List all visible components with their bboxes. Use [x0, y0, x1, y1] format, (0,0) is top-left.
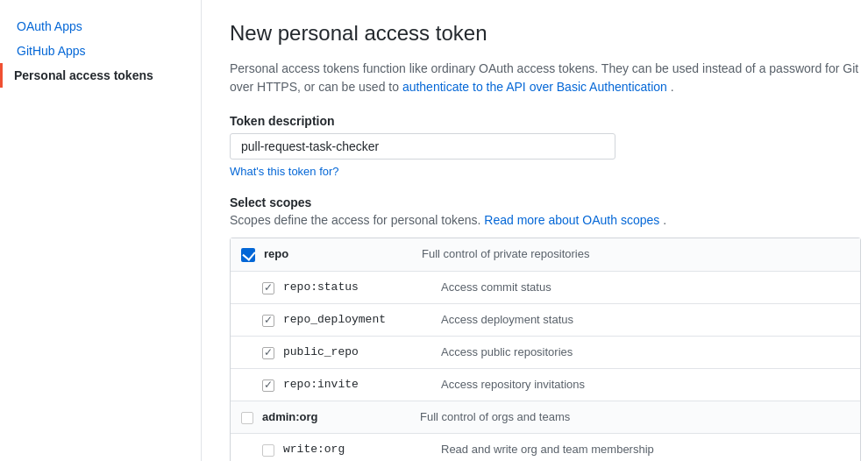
repo-deployment-checkbox[interactable] — [262, 315, 274, 327]
public-repo-checkbox[interactable] — [262, 347, 274, 359]
repo-deployment-name: repo_deployment — [283, 313, 441, 326]
write-org-name: write:org — [283, 443, 441, 456]
sidebar-item-oauth-apps[interactable]: OAuth Apps — [0, 14, 201, 39]
public-repo-desc: Access public repositories — [441, 345, 850, 358]
write-org-desc: Read and write org and team membership — [441, 443, 850, 456]
repo-invite-desc: Access repository invitations — [441, 378, 850, 391]
sidebar-item-github-apps[interactable]: GitHub Apps — [0, 39, 201, 63]
repo-scope-name: repo — [264, 247, 422, 260]
public-repo-name: public_repo — [283, 345, 441, 358]
scopes-description: Scopes define the access for personal to… — [230, 213, 861, 227]
scope-row-repo-deployment: repo_deployment Access deployment status — [231, 304, 860, 337]
scopes-section-title: Select scopes — [230, 195, 861, 209]
oauth-scopes-link[interactable]: Read more about OAuth scopes — [484, 213, 659, 227]
repo-status-name: repo:status — [283, 280, 441, 294]
admin-org-scope-name: admin:org — [262, 410, 420, 423]
repo-checkbox[interactable] — [241, 248, 255, 262]
scope-row-repo-status: repo:status Access commit status — [231, 272, 860, 304]
repo-deployment-desc: Access deployment status — [441, 313, 850, 326]
hint-link[interactable]: What's this token for? — [230, 165, 339, 178]
scope-row-public-repo: public_repo Access public repositories — [231, 337, 860, 369]
admin-org-scope-desc: Full control of orgs and teams — [420, 410, 850, 423]
page-title: New personal access token — [230, 21, 861, 46]
scope-row-repo-invite: repo:invite Access repository invitation… — [231, 369, 860, 401]
token-description-label: Token description — [230, 114, 861, 128]
repo-invite-name: repo:invite — [283, 378, 441, 391]
select-scopes-section: Select scopes Scopes define the access f… — [230, 195, 861, 461]
write-org-checkbox[interactable] — [262, 444, 274, 457]
scopes-table: repo Full control of private repositorie… — [230, 238, 861, 461]
scope-row-write-org: write:org Read and write org and team me… — [231, 434, 860, 461]
repo-invite-checkbox[interactable] — [262, 379, 274, 392]
main-content: New personal access token Personal acces… — [202, 0, 868, 461]
api-auth-link[interactable]: authenticate to the API over Basic Authe… — [402, 80, 667, 94]
sidebar: OAuth Apps GitHub Apps Personal access t… — [0, 0, 202, 461]
repo-status-desc: Access commit status — [441, 280, 850, 294]
admin-org-checkbox[interactable] — [241, 412, 253, 424]
repo-status-checkbox[interactable] — [262, 282, 274, 294]
scope-row-repo: repo Full control of private repositorie… — [231, 238, 860, 272]
scope-row-admin-org: admin:org Full control of orgs and teams — [231, 401, 860, 434]
sidebar-item-personal-access-tokens[interactable]: Personal access tokens — [0, 63, 201, 88]
repo-scope-desc: Full control of private repositories — [422, 247, 850, 260]
token-description-input[interactable] — [230, 133, 615, 160]
description: Personal access tokens function like ord… — [230, 60, 861, 96]
